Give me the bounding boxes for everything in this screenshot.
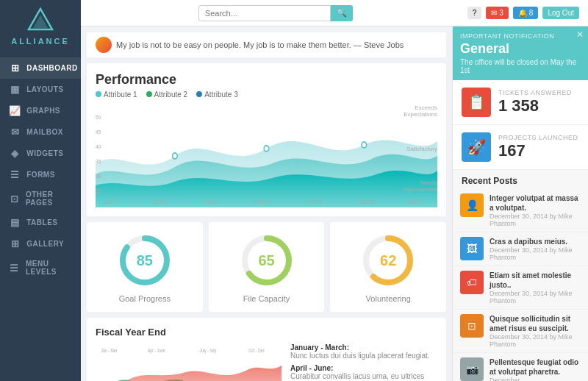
sidebar-item-other-pages[interactable]: ⊡Other Pages <box>0 185 85 212</box>
nav-label: Dashboard <box>26 64 78 72</box>
post-item[interactable]: ⊡ Quisque sollicitudin sit amet risus eu… <box>453 310 588 353</box>
help-button[interactable]: ? <box>467 7 482 19</box>
svg-point-2 <box>173 153 178 159</box>
recent-posts-header: Recent Posts <box>453 170 588 189</box>
post-text: Pellentesque feugiat odio at volutpat ph… <box>490 357 581 381</box>
sidebar-item-forms[interactable]: ☰Forms <box>0 164 85 185</box>
right-panel: ✕ Important Notification General The off… <box>452 26 588 381</box>
search-input[interactable] <box>198 5 331 21</box>
logo: ALLIANCE <box>11 7 70 46</box>
volunteer-value: 62 <box>380 252 396 269</box>
svg-text:50: 50 <box>96 113 101 121</box>
nav-icon: ☰ <box>9 263 20 274</box>
content-area: My job is not to be easy on people. My j… <box>81 26 588 381</box>
svg-text:25: 25 <box>96 187 101 194</box>
post-title: Quisque sollicitudin sit amet risus eu s… <box>490 314 581 333</box>
post-date: December 30, 2014 by Mike Phantom <box>490 246 581 261</box>
fiscal-chart: Jan - Mar Apr - June July - Sep Oct - De… <box>96 343 282 381</box>
nav-label: Gallery <box>26 240 64 248</box>
side-label-satisfactory: Satisfactory <box>403 146 437 152</box>
tickets-label: Tickets Answered <box>498 89 572 96</box>
nav-label: Mailbox <box>26 128 63 136</box>
quote-bar: My job is not to be easy on people. My j… <box>87 32 446 57</box>
sidebar-item-dashboard[interactable]: ⊞Dashboard <box>0 57 85 79</box>
fiscal-period-2: April - June: Curabitur convallis lacus … <box>290 364 437 381</box>
post-thumb: ⊡ <box>460 314 484 338</box>
svg-text:Label 1: Label 1 <box>101 198 118 205</box>
post-item[interactable]: 👤 Integer volutpat at massa a volutpat. … <box>453 189 588 232</box>
sidebar-item-layouts[interactable]: ▦Layouts <box>0 79 85 100</box>
post-title: Pellentesque feugiat odio at volutpat ph… <box>490 357 581 377</box>
bell-button[interactable]: 🔔 8 <box>513 7 539 19</box>
logout-button[interactable]: Log Out <box>542 7 579 19</box>
stat-projects: 🚀 Projects Launched 167 <box>453 125 588 170</box>
nav-icon: ⊞ <box>9 63 21 74</box>
performance-title: Performance <box>96 72 437 88</box>
nav-icon: ⊡ <box>9 193 20 204</box>
notif-label: Important Notification <box>460 32 581 40</box>
svg-text:35: 35 <box>96 157 101 165</box>
post-title: Integer volutpat at massa a volutpat. <box>490 193 581 213</box>
sidebar-item-menu-levels[interactable]: ☰Menu Levels <box>0 254 85 281</box>
notif-desc: The office will be closed on May the 1st <box>460 58 581 74</box>
sidebar-item-mailbox[interactable]: ✉Mailbox <box>0 121 85 143</box>
performance-chart: Label 1 Label 2 Label 3 Label 4 Label 5 … <box>96 104 437 207</box>
svg-text:Label 7: Label 7 <box>406 198 423 205</box>
main-panel: 🔍 ? ✉ 3 🔔 8 Log Out My job is not to be … <box>81 0 588 381</box>
projects-value: 167 <box>498 141 578 160</box>
svg-point-4 <box>362 142 367 148</box>
notif-title: General <box>460 41 581 57</box>
post-item[interactable]: 🏷 Etiam sit amet molestie justo.. Decemb… <box>453 266 588 310</box>
post-date: December 30, 2014 by Mike Phantom <box>490 290 581 305</box>
post-text: Integer volutpat at massa a volutpat. De… <box>490 193 581 227</box>
nav-label: Layouts <box>26 85 63 93</box>
sidebar-item-gallery[interactable]: ⊞Gallery <box>0 233 85 254</box>
legend-1: Attribute 1 <box>96 90 137 99</box>
file-label: File Capacity <box>243 294 290 303</box>
topbar: 🔍 ? ✉ 3 🔔 8 Log Out <box>81 0 588 26</box>
post-item[interactable]: 🖼 Cras a dapibus meius. December 30, 201… <box>453 232 588 266</box>
nav-icon: ▦ <box>9 84 21 95</box>
post-thumb: 🏷 <box>460 271 484 294</box>
sidebar-nav: ⊞Dashboard▦Layouts📈Graphs✉Mailbox◈Widget… <box>0 57 85 281</box>
mail-button[interactable]: ✉ 3 <box>486 7 509 19</box>
search-button[interactable]: 🔍 <box>331 5 353 21</box>
goal-label: Goal Progress <box>119 294 171 303</box>
recent-posts-list: 👤 Integer volutpat at massa a volutpat. … <box>453 189 588 381</box>
svg-text:45: 45 <box>96 128 101 135</box>
tickets-icon: 📋 <box>462 88 491 117</box>
nav-label: Widgets <box>26 149 63 157</box>
post-title: Etiam sit amet molestie justo.. <box>490 271 581 290</box>
post-text: Quisque sollicitudin sit amet risus eu s… <box>490 314 581 348</box>
post-thumb: 🖼 <box>460 237 484 260</box>
svg-text:Label 3: Label 3 <box>202 198 218 205</box>
quote-text: My job is not to be easy on people. My j… <box>116 40 404 49</box>
tickets-value: 1 358 <box>498 96 572 115</box>
performance-card: Performance Attribute 1 Attribute 2 Attr… <box>87 63 446 216</box>
post-date: December... <box>490 377 581 381</box>
fiscal-period-1: January - March: Nunc luctus dui duis li… <box>290 343 437 360</box>
projects-info: Projects Launched 167 <box>498 134 578 160</box>
sidebar-item-tables[interactable]: ▤Tables <box>0 212 85 233</box>
fiscal-title: Fiscal Year End <box>96 327 437 338</box>
center-panel: My job is not to be easy on people. My j… <box>81 26 452 381</box>
nav-label: Other Pages <box>26 190 78 207</box>
metric-file-capacity: 65 File Capacity <box>209 222 325 312</box>
nav-icon: ✉ <box>9 127 21 138</box>
metric-goal-progress: 85 Goal Progress <box>87 222 203 312</box>
donut-goal: 85 <box>115 231 174 290</box>
nav-label: Graphs <box>26 107 60 115</box>
nav-label: Menu Levels <box>26 260 78 276</box>
fiscal-info: January - March: Nunc luctus dui duis li… <box>290 343 437 381</box>
svg-text:Label 2: Label 2 <box>151 198 167 205</box>
post-thumb: 📷 <box>460 357 484 381</box>
sidebar-item-graphs[interactable]: 📈Graphs <box>0 100 85 121</box>
projects-label: Projects Launched <box>498 134 578 141</box>
goal-value: 85 <box>137 252 153 269</box>
file-value: 65 <box>258 252 274 269</box>
post-item[interactable]: 📷 Pellentesque feugiat odio at volutpat … <box>453 353 588 381</box>
sidebar: ALLIANCE ⊞Dashboard▦Layouts📈Graphs✉Mailb… <box>0 0 81 381</box>
post-thumb: 👤 <box>460 193 484 217</box>
sidebar-item-widgets[interactable]: ◈Widgets <box>0 143 85 164</box>
svg-text:Oct - Dec: Oct - Dec <box>248 347 265 353</box>
